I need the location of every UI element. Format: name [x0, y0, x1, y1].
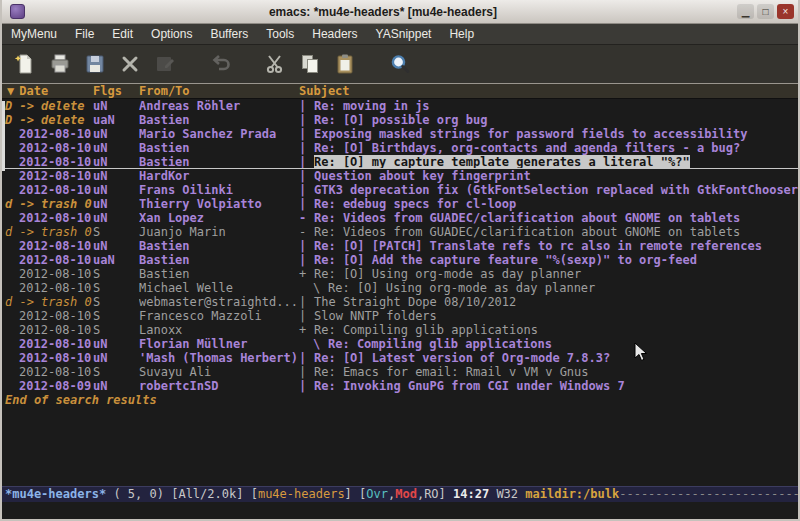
message-flags: uN	[93, 183, 139, 197]
save-as-icon[interactable]	[152, 51, 178, 77]
thread-indicator: \	[313, 337, 328, 351]
print-icon[interactable]	[47, 51, 73, 77]
thread-indicator: |	[299, 239, 314, 253]
maximize-button[interactable]: □	[757, 4, 774, 19]
message-flags: S	[93, 295, 139, 309]
message-date: 2012-08-10	[5, 141, 93, 155]
message-list: D -> delete uN Andreas Röhler | Re: movi…	[2, 99, 798, 393]
message-row[interactable]: D -> delete uaN Bastien | Re: [O] possib…	[2, 113, 798, 127]
modeline-time: 14:27	[453, 487, 496, 501]
thread-indicator: |	[299, 379, 314, 393]
message-row[interactable]: 2012-08-10 S Lanoxx + Re: Compiling glib…	[2, 323, 798, 337]
message-from: Bastien	[139, 113, 299, 127]
message-row[interactable]: 2012-08-10 uN Bastien | Re: [O] my captu…	[2, 155, 798, 169]
copy-icon[interactable]	[297, 51, 323, 77]
message-subject: Re: edebug specs for cl-loop	[314, 197, 516, 211]
paste-icon[interactable]	[332, 51, 358, 77]
modeline-mode: mu4e-headers	[258, 487, 345, 501]
thread-indicator: |	[299, 141, 314, 155]
thread-indicator: |	[299, 155, 314, 168]
message-row[interactable]: 2012-08-10 uN Xan Lopez - Re: Videos fro…	[2, 211, 798, 225]
message-flags: uN	[93, 197, 139, 211]
close-buffer-icon[interactable]	[117, 51, 143, 77]
message-row[interactable]: 2012-08-10 uN Frans Oilinki | GTK3 depre…	[2, 183, 798, 197]
message-flags: uN	[93, 239, 139, 253]
scrollbar-thumb[interactable]	[2, 101, 5, 171]
menu-mymenu[interactable]: MyMenu	[2, 25, 66, 43]
search-icon[interactable]	[387, 51, 413, 77]
save-icon[interactable]	[82, 51, 108, 77]
new-file-icon[interactable]	[12, 51, 38, 77]
message-date: 2012-08-10	[5, 309, 93, 323]
menu-options[interactable]: Options	[142, 25, 201, 43]
menu-yasnippet[interactable]: YASnippet	[367, 25, 441, 43]
message-row[interactable]: 2012-08-10 uN Bastien | Re: [O] Birthday…	[2, 141, 798, 155]
message-row[interactable]: 2012-08-10 S Suvayu Ali | Re: Emacs for …	[2, 365, 798, 379]
message-row[interactable]: d -> trash 0 S webmaster@straightd... | …	[2, 295, 798, 309]
message-flags: uN	[93, 141, 139, 155]
menu-edit[interactable]: Edit	[103, 25, 142, 43]
message-flags: uN	[93, 99, 139, 113]
message-row[interactable]: 2012-08-10 S Francesco Mazzoli | Slow NN…	[2, 309, 798, 323]
message-row[interactable]: d -> trash 0 uN Thierry Volpiatto | Re: …	[2, 197, 798, 211]
message-row[interactable]: 2012-08-10 uN 'Mash (Thomas Herbert) | R…	[2, 351, 798, 365]
message-row[interactable]: 2012-08-10 uN Mario Sanchez Prada | Expo…	[2, 127, 798, 141]
message-from: Frans Oilinki	[139, 183, 299, 197]
column-header-flags[interactable]: Flgs	[93, 84, 139, 98]
menu-tools[interactable]: Tools	[257, 25, 303, 43]
message-row[interactable]: 2012-08-10 uN Bastien | Re: [O] [PATCH] …	[2, 239, 798, 253]
message-from: robertcInSD	[139, 379, 299, 393]
message-row[interactable]: 2012-08-09 uN robertcInSD | Re: Invoking…	[2, 379, 798, 393]
message-row[interactable]: 2012-08-10 S Michael Welle \ Re: [O] Usi…	[2, 281, 798, 295]
column-header-from[interactable]: From/To	[139, 84, 299, 98]
message-subject: The Straight Dope 08/10/2012	[314, 295, 516, 309]
thread-indicator: |	[299, 99, 314, 113]
message-date: 2012-08-10	[5, 253, 93, 267]
thread-indicator: |	[299, 183, 314, 197]
message-date: D -> delete	[5, 99, 93, 113]
message-flags: uN	[93, 127, 139, 141]
modeline-plain: [	[251, 487, 258, 501]
message-flags: S	[93, 267, 139, 281]
echo-area[interactable]	[2, 502, 798, 519]
message-flags: uN	[93, 169, 139, 183]
message-date: 2012-08-10	[5, 183, 93, 197]
toolbar	[2, 45, 798, 84]
header-line[interactable]: ▼Date Flgs From/To Subject	[2, 84, 798, 99]
message-row[interactable]: 2012-08-10 uN HardKor | Question about k…	[2, 169, 798, 183]
menu-buffers[interactable]: Buffers	[201, 25, 257, 43]
column-header-date[interactable]: ▼Date	[5, 84, 93, 98]
message-from: Bastien	[139, 155, 299, 168]
message-subject: Re: Compiling glib applications	[314, 323, 538, 337]
message-subject: Exposing masked strings for password fie…	[314, 127, 747, 141]
message-row[interactable]: d -> trash 0 S Juanjo Marin - Re: Videos…	[2, 225, 798, 239]
message-row[interactable]: 2012-08-10 S Bastien + Re: [O] Using org…	[2, 267, 798, 281]
close-button[interactable]: ×	[777, 4, 794, 19]
message-flags: S	[93, 309, 139, 323]
message-date: D -> delete	[5, 113, 93, 127]
message-subject: Re: [O] [PATCH] Translate refs to rc als…	[314, 239, 762, 253]
undo-icon[interactable]	[207, 51, 233, 77]
message-from: Xan Lopez	[139, 211, 299, 225]
message-row[interactable]: 2012-08-10 uaN Bastien | Re: [O] Add the…	[2, 253, 798, 267]
message-subject: Re: moving in js	[314, 99, 430, 113]
thread-indicator: -	[299, 211, 314, 225]
message-row[interactable]: D -> delete uN Andreas Röhler | Re: movi…	[2, 99, 798, 113]
minimize-button[interactable]: ▁	[737, 4, 754, 19]
message-subject: Re: [O] Using org-mode as day planner	[314, 267, 581, 281]
message-date: d -> trash 0	[5, 197, 93, 211]
menu-file[interactable]: File	[66, 25, 103, 43]
thread-indicator: \	[313, 281, 328, 295]
message-flags: uN	[93, 337, 139, 351]
message-date: d -> trash 0	[5, 225, 93, 239]
title-bar[interactable]: emacs: *mu4e-headers* [mu4e-headers] ▁□×	[2, 0, 798, 24]
menu-headers[interactable]: Headers	[303, 25, 366, 43]
message-subject: Re: [O] possible org bug	[314, 113, 487, 127]
menu-help[interactable]: Help	[440, 25, 483, 43]
cut-icon[interactable]	[262, 51, 288, 77]
message-row[interactable]: 2012-08-10 uN Florian Müllner \ Re: Comp…	[2, 337, 798, 351]
message-flags: S	[93, 225, 139, 239]
end-of-results: End of search results	[2, 393, 798, 407]
column-header-subject[interactable]: Subject	[299, 84, 350, 98]
message-date: 2012-08-10	[5, 127, 93, 141]
